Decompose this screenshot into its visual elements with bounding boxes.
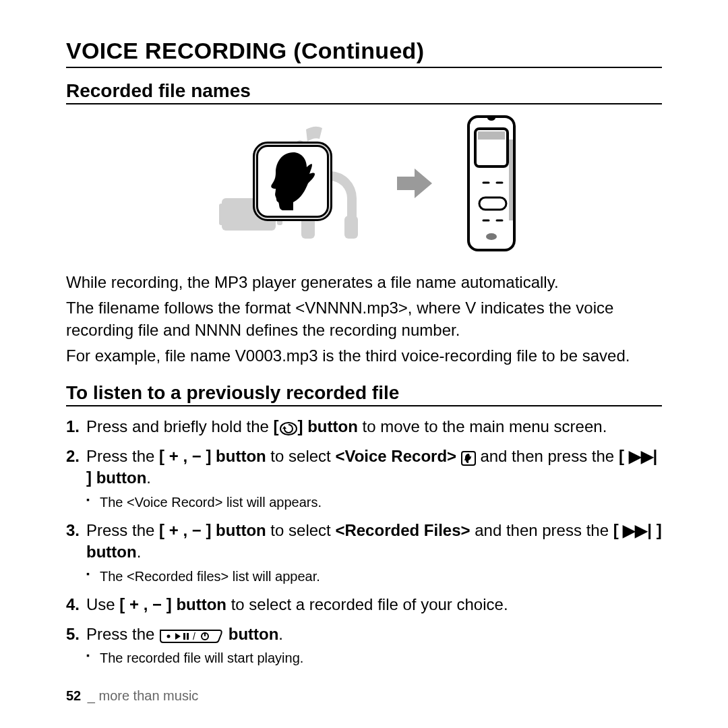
svg-rect-5 [344, 216, 358, 239]
step-3-btn1: [ + , − ] button [159, 521, 266, 539]
step-5: Press the / button. The recorded file wi… [66, 624, 662, 667]
step-1-bracket-close: ] button [298, 417, 358, 435]
svg-rect-22 [183, 633, 185, 640]
step-5-c: . [278, 625, 283, 643]
step-3: Press the [ + , − ] button to select <Re… [66, 520, 662, 586]
step-2-voice-record: <Voice Record> [335, 447, 456, 465]
svg-point-18 [486, 233, 497, 240]
back-menu-icon [279, 419, 298, 435]
voice-record-icon [202, 117, 370, 252]
step-3-a: Press the [86, 521, 159, 539]
step-2-a: Press the [86, 447, 159, 465]
page-title: VOICE RECORDING (Continued) [66, 38, 662, 64]
step-5-a: Press the [86, 625, 159, 643]
para-format: The filename follows the format <VNNNN.m… [66, 297, 662, 341]
step-2-btn1: [ + , − ] button [159, 447, 266, 465]
figure-row [66, 114, 662, 255]
step-3-g: . [137, 543, 142, 561]
step-1: Press and briefly hold the [] button to … [66, 416, 662, 437]
step-4-c: to select a recorded file of your choice… [226, 595, 508, 613]
section-heading-listen: To listen to a previously recorded file [66, 382, 662, 404]
footer: 52 _ more than music [66, 688, 198, 704]
play-pause-power-button-icon: / [159, 628, 224, 644]
title-rule [66, 67, 662, 68]
page-number: 52 [66, 688, 81, 703]
voice-record-small-icon [461, 450, 476, 466]
svg-rect-2 [219, 204, 226, 225]
step-2-sub: The <Voice Record> list will appears. [86, 493, 662, 512]
section-heading-recorded: Recorded file names [66, 80, 662, 102]
step-2: Press the [ + , − ] button to select <Vo… [66, 446, 662, 512]
step-5-sub: The recorded file will start playing. [86, 649, 662, 667]
step-3-recorded: <Recorded Files> [335, 521, 470, 539]
para-example: For example, file name V0003.mp3 is the … [66, 345, 662, 367]
svg-text:/: / [193, 631, 195, 642]
section-rule-2 [66, 405, 662, 406]
arrow-right-icon [394, 163, 435, 206]
svg-point-21 [167, 635, 171, 638]
svg-rect-23 [187, 633, 189, 640]
step-3-e: and then press the [471, 521, 613, 539]
svg-rect-12 [509, 140, 513, 220]
step-5-btn: button [224, 625, 278, 643]
steps-list: Press and briefly hold the [] button to … [66, 416, 662, 668]
step-1-text-a: Press and briefly hold the [86, 417, 274, 435]
step-3-sub: The <Recorded files> list will appear. [86, 568, 662, 586]
mp3-player-icon [459, 113, 526, 257]
step-4: Use [ + , − ] button to select a recorde… [66, 594, 662, 615]
svg-rect-11 [478, 131, 505, 140]
step-1-text-b: to move to the main menu screen. [358, 417, 607, 435]
step-1-bracket-open: [ [274, 417, 279, 435]
footer-sep: _ [88, 688, 95, 703]
para-auto-name: While recording, the MP3 player generate… [66, 272, 662, 293]
section-rule-1 [66, 103, 662, 104]
step-4-btn: [ + , − ] button [119, 595, 226, 613]
step-4-a: Use [86, 595, 119, 613]
footer-text: more than music [99, 688, 199, 703]
svg-point-9 [487, 115, 495, 121]
step-2-c: to select [266, 447, 336, 465]
step-2-g: . [146, 468, 151, 487]
step-2-e: and then press the [480, 447, 618, 465]
step-3-c: to select [266, 521, 336, 539]
